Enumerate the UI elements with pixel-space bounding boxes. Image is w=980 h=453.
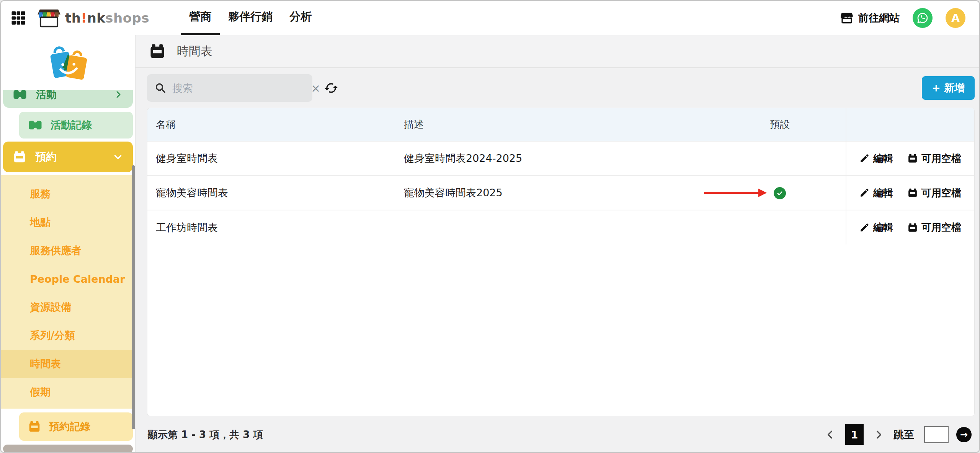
- cell-actions: 編輯 可用空檔: [846, 176, 974, 210]
- ticket-icon: [13, 90, 27, 99]
- edit-button[interactable]: 編輯: [859, 186, 893, 200]
- sidebar-item-activity-log[interactable]: 活動記錄: [19, 112, 133, 139]
- apps-grid-icon[interactable]: [10, 10, 27, 26]
- cell-description: 健身室時間表2024-2025: [395, 141, 714, 176]
- sidebar-item-label: 預約記錄: [49, 420, 90, 433]
- sidebar-item-people-calendar[interactable]: People Calendar: [1, 265, 135, 293]
- ticket-icon: [28, 120, 42, 130]
- cell-default: [714, 141, 846, 176]
- sidebar-item-series-categories[interactable]: 系列/分類: [1, 321, 135, 350]
- cell-actions: 編輯 可用空檔: [846, 210, 974, 244]
- topbar: th!nkshops 營商 夥伴行銷 分析 前往網站: [1, 1, 979, 35]
- jump-to-page-input[interactable]: [924, 426, 949, 443]
- column-header-actions: [846, 108, 974, 141]
- available-slots-button[interactable]: 可用空檔: [908, 152, 961, 165]
- search-icon: [155, 82, 166, 94]
- default-check-icon: [774, 187, 786, 199]
- brand-logo[interactable]: th!nkshops: [37, 8, 149, 28]
- cell-description: [395, 210, 714, 244]
- cell-name: 寵物美容時間表: [147, 176, 395, 210]
- page-title: 時間表: [177, 43, 212, 59]
- sidebar-item-timetable[interactable]: 時間表: [1, 350, 135, 378]
- page-header: 時間表: [136, 35, 979, 68]
- storefront-icon: [841, 12, 853, 24]
- search-bar: ×: [147, 74, 312, 102]
- storefront-awning-icon: [37, 8, 61, 28]
- results-summary: 顯示第 1 - 3 項，共 3 項: [148, 428, 263, 442]
- sidebar-item-activity[interactable]: 活動: [3, 90, 133, 108]
- add-button[interactable]: + 新增: [922, 76, 975, 100]
- column-header-name: 名稱: [147, 108, 395, 141]
- sidebar-item-label: 活動: [36, 90, 57, 101]
- app-window: th!nkshops 營商 夥伴行銷 分析 前往網站: [0, 0, 980, 453]
- jump-go-icon[interactable]: →: [956, 427, 972, 442]
- sidebar-item-locations[interactable]: 地點: [1, 208, 135, 236]
- calendar-icon: [13, 150, 26, 163]
- edit-button[interactable]: 編輯: [859, 221, 893, 234]
- tab-business[interactable]: 營商: [181, 1, 220, 35]
- sidebar-item-label: 預約: [35, 150, 57, 164]
- edit-button[interactable]: 編輯: [859, 152, 893, 165]
- cell-name: 健身室時間表: [147, 141, 395, 176]
- avatar[interactable]: A: [946, 8, 965, 28]
- primary-nav: 營商 夥伴行銷 分析: [181, 1, 320, 35]
- table-row: 健身室時間表 健身室時間表2024-2025 編輯: [147, 141, 974, 176]
- list-footer: 顯示第 1 - 3 項，共 3 項 1 跳至 →: [136, 416, 979, 453]
- column-header-description: 描述: [395, 108, 714, 141]
- sidebar-item-holidays[interactable]: 假期: [1, 378, 135, 406]
- toolbar: × + 新增: [136, 68, 979, 108]
- sidebar-item-service-providers[interactable]: 服務供應者: [1, 236, 135, 265]
- shop-bags-logo: [1, 41, 135, 90]
- sidebar-item-resources[interactable]: 資源設備: [1, 293, 135, 321]
- chevron-down-icon: [113, 152, 123, 162]
- annotation-red-arrow: [704, 189, 767, 197]
- tab-analytics[interactable]: 分析: [281, 1, 320, 35]
- page-number[interactable]: 1: [845, 424, 864, 445]
- prev-page-icon[interactable]: [825, 430, 835, 440]
- pagination: 1 跳至 →: [825, 424, 972, 445]
- booking-submenu: 服務 地點 服務供應者 People Calendar 資源設備 系列/分類 時…: [1, 175, 135, 409]
- brand-wordmark: th!nkshops: [65, 10, 149, 26]
- main-content: 時間表 × +: [136, 35, 979, 453]
- sidebar-item-label: 活動記錄: [51, 118, 92, 132]
- sidebar-horizontal-scrollbar[interactable]: [3, 445, 133, 453]
- table-header-row: 名稱 描述 預設: [147, 108, 974, 141]
- table-row: 寵物美容時間表 寵物美容時間表2025: [147, 176, 974, 210]
- sidebar-item-services[interactable]: 服務: [1, 180, 135, 208]
- cell-name: 工作坊時間表: [147, 210, 395, 244]
- timetable-table: 名稱 描述 預設 健身室時間表 健身室時間表2024-2025: [147, 108, 974, 244]
- clear-search-icon[interactable]: ×: [309, 81, 322, 95]
- sidebar-item-booking[interactable]: 預約: [3, 142, 133, 172]
- search-input[interactable]: [172, 82, 303, 94]
- timetable-table-card: 名稱 描述 預設 健身室時間表 健身室時間表2024-2025: [147, 108, 975, 416]
- whatsapp-icon[interactable]: [913, 8, 933, 28]
- tab-partner-marketing[interactable]: 夥伴行銷: [220, 1, 281, 35]
- sidebar: 活動 活動記錄: [1, 35, 136, 453]
- chevron-right-icon: [114, 90, 123, 99]
- calendar-icon: [149, 43, 165, 59]
- available-slots-button[interactable]: 可用空檔: [908, 221, 961, 234]
- cell-description: 寵物美容時間表2025: [395, 176, 714, 210]
- cell-default: [714, 210, 846, 244]
- cell-default: [714, 176, 846, 210]
- refresh-icon[interactable]: [324, 81, 338, 95]
- sidebar-item-booking-log[interactable]: 預約記錄: [19, 412, 133, 441]
- available-slots-button[interactable]: 可用空檔: [908, 186, 961, 200]
- cell-actions: 編輯 可用空檔: [846, 141, 974, 176]
- column-header-default: 預設: [714, 108, 846, 141]
- table-row: 工作坊時間表 編輯: [147, 210, 974, 244]
- next-page-icon[interactable]: [874, 430, 884, 440]
- jump-to-label: 跳至: [893, 428, 914, 442]
- calendar-icon: [28, 420, 41, 433]
- go-to-site-link[interactable]: 前往網站: [841, 11, 900, 25]
- sidebar-vertical-scrollbar[interactable]: [132, 165, 135, 429]
